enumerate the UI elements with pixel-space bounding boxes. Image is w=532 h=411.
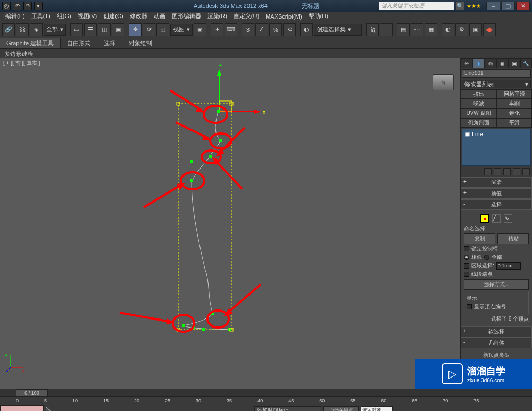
keyboard-icon[interactable]: ⌨ — [225, 23, 237, 36]
maximize-button[interactable]: ▢ — [501, 2, 515, 10]
dropdown-icon[interactable]: ▾ — [34, 2, 43, 10]
remove-mod-icon[interactable] — [513, 168, 520, 175]
paste-selection-button[interactable]: 粘贴 — [497, 233, 529, 244]
menu-views[interactable]: 视图(V) — [74, 11, 101, 21]
unlink-icon[interactable]: ⛓ — [16, 23, 29, 36]
favorites-icon[interactable]: ★★★ — [467, 3, 481, 9]
refcoord-dropdown[interactable]: 视图▾ — [170, 24, 193, 36]
lock-handles-checkbox[interactable] — [464, 246, 469, 251]
copy-selection-button[interactable]: 复制 — [464, 233, 495, 244]
search-icon[interactable]: 🔍 — [456, 2, 464, 10]
curve-editor-icon[interactable]: 〰 — [411, 23, 423, 36]
spline-subobj-icon[interactable]: ∿ — [504, 214, 512, 223]
minimize-button[interactable]: – — [486, 2, 500, 10]
render-frame-icon[interactable]: ▣ — [469, 23, 482, 36]
align-icon[interactable]: ≡ — [380, 23, 393, 36]
link-icon[interactable]: 🔗 — [2, 23, 15, 36]
editnsel-icon[interactable]: ◐ — [300, 23, 313, 36]
modifier-stack[interactable]: ▣Line — [462, 129, 531, 166]
create-tab-icon[interactable]: ✳ — [461, 58, 472, 68]
menu-grapheditors[interactable]: 图形编辑器 — [169, 11, 204, 21]
mod-taper[interactable]: 锥化 — [496, 108, 532, 118]
keymode-dropdown[interactable]: 选定对象 — [361, 406, 393, 411]
all-radio[interactable] — [484, 255, 489, 260]
mod-smooth[interactable]: 平滑 — [496, 118, 532, 128]
mirror-icon[interactable]: ⧎ — [366, 23, 379, 36]
rollout-interpolation[interactable]: +插值 — [461, 188, 532, 199]
selection-filter-dropdown[interactable]: 全部▾ — [44, 24, 66, 36]
rollout-selection[interactable]: -选择 — [461, 199, 532, 210]
schematic-icon[interactable]: ▦ — [425, 23, 437, 36]
redo-icon[interactable]: ↷ — [23, 2, 32, 10]
mod-extrude[interactable]: 挤出 — [461, 89, 496, 99]
menu-rendering[interactable]: 渲染(R) — [204, 11, 230, 21]
menu-edit[interactable]: 编辑(E) — [2, 11, 28, 21]
menu-group[interactable]: 组(G) — [54, 11, 74, 21]
viewport[interactable]: [ + ][ 前 ][ 真实 ] 前 z x — [0, 58, 460, 389]
time-ruler[interactable]: 0 5 10 15 20 25 30 35 40 45 50 55 60 65 … — [0, 396, 532, 405]
move-icon[interactable]: ✥ — [129, 23, 142, 36]
ribbon-tab-selection[interactable]: 选择 — [97, 38, 122, 48]
add-time-tag-button[interactable]: 添加时间标记 — [254, 406, 321, 411]
pin-stack-icon[interactable] — [484, 168, 492, 175]
show-end-icon[interactable] — [494, 168, 501, 175]
utilities-tab-icon[interactable]: 🔧 — [520, 58, 532, 68]
snap-icon[interactable]: 3 — [242, 23, 254, 36]
autokey-button[interactable]: 自动关键点 — [323, 406, 359, 411]
app-icon[interactable]: ◎ — [2, 2, 11, 10]
rollout-softsel[interactable]: +软选择 — [461, 326, 532, 337]
menu-modifiers[interactable]: 修改器 — [127, 11, 151, 21]
mod-lathe[interactable]: 车削 — [496, 99, 532, 108]
render-setup-icon[interactable]: ⚙ — [455, 23, 468, 36]
area-sel-spinner[interactable]: 0.1mm — [496, 262, 521, 270]
manipulate-icon[interactable]: ✦ — [211, 23, 223, 36]
menu-help[interactable]: 帮助(H) — [305, 11, 331, 21]
ribbon-tab-objpaint[interactable]: 对象绘制 — [122, 38, 159, 48]
segment-subobj-icon[interactable]: ╱ — [492, 214, 501, 223]
bind-icon[interactable]: ◈ — [30, 23, 43, 36]
rollout-geometry[interactable]: -几何体 — [461, 338, 532, 348]
undo-icon[interactable]: ↶ — [13, 2, 21, 10]
scale-icon[interactable]: ◱ — [156, 23, 169, 36]
motion-tab-icon[interactable]: ◉ — [496, 58, 508, 68]
mod-bevelprofile[interactable]: 倒角剖面 — [461, 118, 496, 128]
vertex-subobj-icon[interactable] — [480, 214, 489, 223]
show-vertex-num-checkbox[interactable] — [467, 304, 472, 309]
menu-animation[interactable]: 动画 — [151, 11, 169, 21]
select-by-button[interactable]: 选择方式... — [464, 279, 529, 290]
angle-snap-icon[interactable]: ∠ — [255, 23, 268, 36]
object-name-input[interactable]: Line001 — [462, 69, 531, 78]
select-region-icon[interactable]: ◫ — [98, 23, 111, 36]
menu-create[interactable]: 创建(C) — [100, 11, 126, 21]
render-icon[interactable]: 🫖 — [483, 23, 496, 36]
time-slider-track[interactable]: 0 / 100 — [0, 389, 532, 396]
time-slider[interactable]: 0 / 100 — [16, 389, 48, 397]
close-button[interactable]: ✕ — [516, 2, 530, 10]
percent-snap-icon[interactable]: % — [269, 23, 282, 36]
menu-customize[interactable]: 自定义(U) — [230, 11, 262, 21]
ribbon-tab-freeform[interactable]: 自由形式 — [61, 38, 97, 48]
mod-uvw[interactable]: UVW 贴图 — [461, 108, 496, 118]
hierarchy-tab-icon[interactable]: 品 — [485, 58, 496, 68]
layers-icon[interactable]: ▤ — [397, 23, 410, 36]
spinner-snap-icon[interactable]: ⟲ — [283, 23, 296, 36]
rotate-icon[interactable]: ⟳ — [143, 23, 155, 36]
ribbon-panel-polymodeling[interactable]: 多边形建模 — [0, 49, 532, 58]
select-name-icon[interactable]: ☰ — [84, 23, 97, 36]
similar-radio[interactable] — [464, 255, 469, 260]
unique-icon[interactable] — [503, 168, 511, 175]
help-search-input[interactable]: 键入关键字或短语 — [379, 2, 454, 10]
mod-meshsmooth[interactable]: 网格平滑 — [496, 89, 532, 99]
rollout-render[interactable]: +渲染 — [461, 177, 532, 188]
material-editor-icon[interactable]: ◐ — [442, 23, 454, 36]
menu-tools[interactable]: 工具(T) — [28, 11, 54, 21]
modifier-list-dropdown[interactable]: 修改器列表▾ — [462, 80, 531, 88]
window-crossing-icon[interactable]: ▣ — [112, 23, 124, 36]
segment-end-checkbox[interactable] — [464, 272, 469, 277]
pivot-icon[interactable]: ◉ — [194, 23, 206, 36]
display-tab-icon[interactable]: ▣ — [508, 58, 520, 68]
configure-icon[interactable] — [522, 168, 530, 175]
ribbon-tab-graphite[interactable]: Graphite 建模工具 — [0, 38, 61, 48]
menu-maxscript[interactable]: MAXScript(M) — [262, 12, 305, 21]
modify-tab-icon[interactable]: ◗ — [472, 58, 484, 68]
